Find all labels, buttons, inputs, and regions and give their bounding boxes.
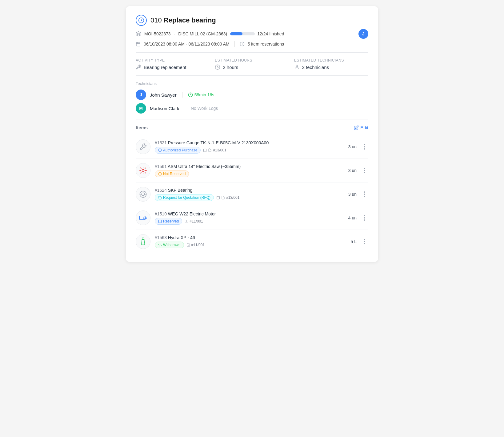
item-tags: Withdrawn #11/001 [155,242,340,248]
item-ref: #11/001 [185,219,203,223]
date-range: 06/10/2023 08:00 AM - 06/11/2023 08:00 A… [144,42,230,46]
svg-rect-28 [217,196,220,199]
item-status-badge: Authorized Purchase [155,147,201,154]
edit-button[interactable]: Edit [354,125,368,130]
svg-point-23 [142,193,144,195]
item-tags: Authorized Purchase #13/001 [155,147,340,154]
user-avatar: J [358,29,368,39]
order-row: MOI-5022373 - DISC MILL 02 (GM-2363) 12/… [136,29,368,39]
estimated-tech-value: 2 technicians [302,65,329,70]
item-thumbnail [136,187,150,202]
item-quantity: 3 un [344,192,357,197]
main-card: 010 Replace bearing MOI-5022373 - DISC M… [126,6,378,262]
progress-label: 12/24 finished [257,31,284,36]
activity-type-item: Activity Type Bearing replacement [136,58,210,70]
item-info: #1561 ASM Ultra 14" Electric Saw (~355mm… [155,164,340,177]
no-work-log: No Work Logs [191,106,218,111]
item-thumbnail [136,210,150,225]
items-section-label: Items [136,125,148,130]
item-name: #1510 WEG W22 Electric Motor [155,211,340,216]
metadata-grid: Activity Type Bearing replacement Estima… [136,58,368,70]
item-thumbnail [136,139,150,154]
date-reservations-row: 06/10/2023 08:00 AM - 06/11/2023 08:00 A… [136,41,368,47]
activity-type-label: Activity Type [136,58,210,62]
more-options-button[interactable] [361,190,368,198]
list-item: #1561 ASM Ultra 14" Electric Saw (~355mm… [136,159,368,182]
item-thumbnail [136,163,150,178]
estimated-tech-label: Estimated Technicians [294,58,368,62]
item-status-badge: Reserved [155,218,182,225]
technicians-label: Technicians [136,81,368,86]
activity-type-value: Bearing replacement [144,65,186,70]
list-item: #1524 SKF Bearing Request for Quotation … [136,182,368,206]
svg-point-18 [142,170,144,172]
item-info: #1524 SKF Bearing Request for Quotation … [155,188,340,201]
item-name: #1561 ASM Ultra 14" Electric Saw (~355mm… [155,164,340,169]
more-options-button[interactable] [361,214,368,222]
reservations-count: 5 item reservations [248,42,284,46]
task-icon [136,15,147,26]
svg-rect-35 [159,220,162,223]
header-row: 010 Replace bearing [136,15,368,26]
item-info: #1510 WEG W22 Electric Motor Reserved #1… [155,211,340,225]
item-status-badge: Not Reserved [155,170,189,177]
technician-name: Madison Clark [150,106,179,111]
svg-marker-1 [136,32,141,34]
item-ref: #13/001 [203,148,226,152]
item-quantity: 5 L [344,239,357,244]
item-name: #1563 Hydra XP - 46 [155,235,340,240]
list-item: #1563 Hydra XP - 46 Withdrawn #11/001 5 … [136,230,368,253]
items-header: Items Edit [136,125,368,130]
item-info: #1563 Hydra XP - 46 Withdrawn #11/001 [155,235,340,248]
item-info: #1521 Pressure Gauge TK-N-1-E-B05C-M-V 2… [155,140,340,154]
machine-name: DISC MILL 02 (GM-2363) [178,31,227,36]
item-quantity: 4 un [344,215,357,220]
page-title: 010 Replace bearing [150,16,216,24]
estimated-tech-item: Estimated Technicians 2 technicians [294,58,368,70]
technician-name: John Sawyer [150,92,177,98]
item-name: #1521 Pressure Gauge TK-N-1-E-B05C-M-V 2… [155,140,340,145]
technician-avatar: J [136,90,146,100]
reservations-icon [240,42,245,46]
item-status-badge: Request for Quotation (RFQ) [155,194,214,201]
calendar-icon [136,42,141,46]
estimated-hours-value: 2 hours [223,65,238,70]
technician-row: J John Sawyer 58min 16s [136,90,368,100]
more-options-button[interactable] [361,166,368,174]
estimated-hours-label: Estimated Hours [215,58,289,62]
item-status-badge: Withdrawn [155,242,184,248]
more-options-button[interactable] [361,238,368,246]
technician-time: 58min 16s [188,92,214,97]
technician-row: M Madison Clark No Work Logs [136,103,368,114]
svg-rect-15 [204,149,206,152]
item-tags: Not Reserved [155,170,340,177]
list-item: #1521 Pressure Gauge TK-N-1-E-B05C-M-V 2… [136,135,368,159]
svg-rect-2 [136,42,140,46]
list-item: #1510 WEG W22 Electric Motor Reserved #1… [136,206,368,230]
estimated-hours-item: Estimated Hours 2 hours [215,58,289,70]
order-icon [136,31,141,37]
item-ref: #13/001 [216,195,239,200]
item-quantity: 3 un [344,144,357,149]
order-id: MOI-5022373 [144,31,171,36]
item-quantity: 3 un [344,168,357,173]
progress-bar: 12/24 finished [230,31,284,36]
item-ref: #11/001 [186,243,205,247]
item-thumbnail [136,234,150,249]
item-name: #1524 SKF Bearing [155,188,340,193]
more-options-button[interactable] [361,143,368,151]
item-tags: Reserved #11/001 [155,218,340,225]
technician-avatar: M [136,103,146,114]
item-tags: Request for Quotation (RFQ) #13/001 [155,194,340,201]
svg-point-10 [296,65,298,67]
svg-point-32 [143,217,145,219]
